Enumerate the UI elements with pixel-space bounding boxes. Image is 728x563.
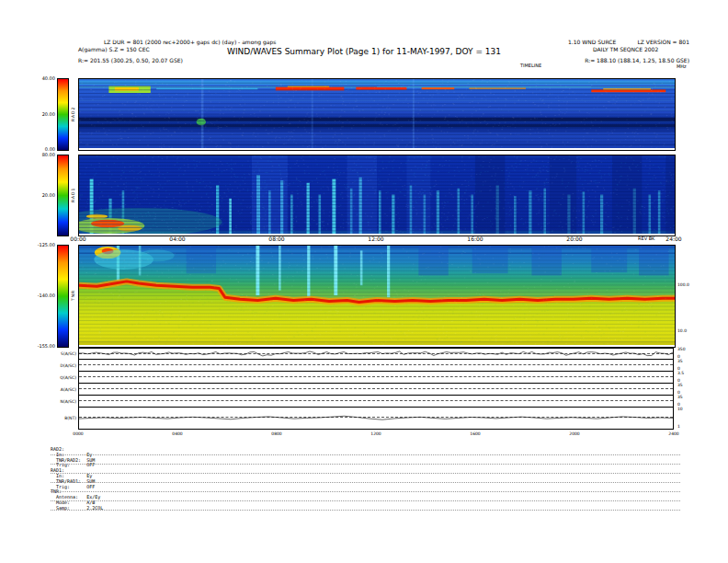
status-strip-5 xyxy=(78,396,674,408)
divider-rule xyxy=(51,454,680,455)
strip-trace xyxy=(79,349,673,359)
frequency-unit-label: MHz xyxy=(677,63,687,69)
rad1-colorbar xyxy=(57,155,69,236)
strip-scale-top-label: 35 xyxy=(677,359,683,363)
colorbar-tick-label: 20.00 xyxy=(26,192,55,198)
strip-reference-line xyxy=(79,376,673,377)
frequency-tick-label: 100.0 xyxy=(677,282,689,287)
strip-label: S(A/SC) xyxy=(42,351,76,356)
status-strip-4 xyxy=(78,384,674,396)
divider-rule xyxy=(51,500,680,501)
divider-rule xyxy=(51,473,680,474)
colorbar-tick-label: -125.00 xyxy=(26,242,55,247)
bottom-time-tick-label: 2000 xyxy=(569,431,579,436)
rad1-panel-label: RAD1 xyxy=(69,155,77,235)
strip-scale-top-label: 35 xyxy=(677,383,683,387)
instrument-config: RAD2: In: Ey TNR/RAD2: SUM Trig: OFF RAD… xyxy=(51,447,103,511)
divider-rule xyxy=(51,510,680,511)
status-strip-2 xyxy=(78,360,674,372)
rad2-canvas xyxy=(79,79,675,148)
colorbar-tick-label: -140.00 xyxy=(26,293,55,298)
status-strip-1 xyxy=(78,348,674,360)
colorbar-tick-label: 20.00 xyxy=(26,111,55,117)
rad2-spectrogram xyxy=(78,78,676,151)
divider-rule xyxy=(51,491,680,492)
time-tick-label: 00:00 xyxy=(70,236,85,242)
rad1-canvas xyxy=(79,155,675,234)
status-strip-6 xyxy=(78,408,674,430)
tnr-panel-label: TNR xyxy=(69,245,77,346)
colorbar-tick-label: -155.00 xyxy=(26,343,55,349)
strip-reference-line xyxy=(79,400,673,401)
time-tick-label: 12:00 xyxy=(368,236,383,242)
strip-label: Q(A/SC) xyxy=(42,375,76,380)
time-tick-label: 04:00 xyxy=(169,236,185,242)
strip-label: D(A/SC) xyxy=(42,363,76,368)
tnr-canvas xyxy=(79,246,675,345)
position-left-label: R:= 201.55 (300.25, 0.50, 20.07 GSE) xyxy=(78,57,183,63)
tnr-colorbar xyxy=(57,245,69,348)
header-version-label: LZ VERSION = 801 xyxy=(637,39,689,45)
strip-scale-bottom-label: 1 xyxy=(677,424,680,429)
strip-label: B(NT) xyxy=(42,416,76,420)
rad2-colorbar xyxy=(57,78,69,151)
colorbar-tick-label: 80.00 xyxy=(26,152,55,157)
strip-reference-line xyxy=(79,364,673,365)
strip-trace xyxy=(79,408,673,428)
header-info-line1: LZ DUR = 801 (2000 rec+2000+ gaps dc) (d… xyxy=(104,39,276,45)
frequency-tick-label: 10.0 xyxy=(677,328,687,333)
rad2-panel-label: RAD2 xyxy=(69,78,77,149)
strip-scale-top-label: 35 xyxy=(677,395,683,399)
bottom-time-tick-label: 0800 xyxy=(271,431,281,436)
rad1-spectrogram xyxy=(78,155,676,236)
time-tick-label: 08:00 xyxy=(268,236,284,242)
bottom-time-tick-label: 0000 xyxy=(73,431,83,436)
timeline-label: TIMELINE xyxy=(520,63,541,68)
bottom-time-tick-label: 2400 xyxy=(668,431,678,436)
strip-scale-top-label: 3.5 xyxy=(677,371,684,375)
strip-label: N(A/SC) xyxy=(42,399,76,404)
time-tick-label: 20:00 xyxy=(566,236,582,242)
strip-scale-top-label: 10 xyxy=(677,407,683,411)
colorbar-tick-label: 40.00 xyxy=(26,75,55,81)
bottom-time-tick-label: 1600 xyxy=(470,431,480,436)
bottom-time-tick-label: 1200 xyxy=(370,431,381,436)
strip-label: A(A/SC) xyxy=(42,387,76,392)
divider-rule xyxy=(51,482,680,483)
tnr-spectrogram xyxy=(78,245,676,348)
bottom-time-tick-label: 0400 xyxy=(172,431,182,436)
strip-reference-line xyxy=(79,388,673,389)
status-strip-3 xyxy=(78,372,674,384)
plot-title: WIND/WAVES Summary Plot (Page 1) for 11-… xyxy=(0,47,728,56)
time-tick-label: 16:00 xyxy=(467,236,483,242)
divider-rule xyxy=(51,464,680,465)
strip-scale-top-label: 350 xyxy=(677,347,686,351)
time-tick-label: 24:00 xyxy=(665,236,681,242)
header-source-label: 1.10 WND SURCE xyxy=(568,39,616,45)
position-right-label: R:= 188.10 (188.14, 1.25, 18.50 GSE) xyxy=(585,57,689,63)
wind-waves-summary-plot: LZ DUR = 801 (2000 rec+2000+ gaps dc) (d… xyxy=(0,0,728,563)
